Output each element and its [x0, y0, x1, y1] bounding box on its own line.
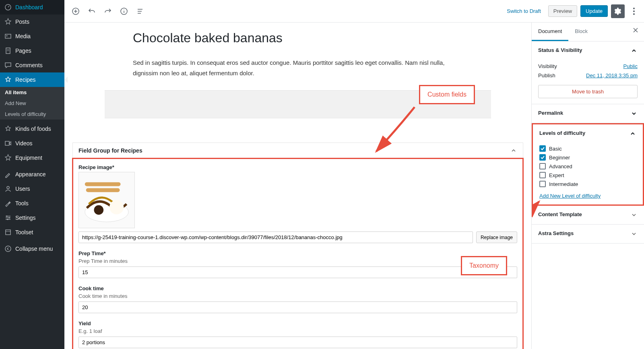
svg-point-10	[5, 246, 11, 252]
metabox-toggle-icon[interactable]	[510, 147, 517, 154]
sidebar-item-videos[interactable]: Videos	[0, 136, 64, 151]
update-button[interactable]: Update	[580, 5, 608, 17]
publish-date-link[interactable]: Dec 11, 2018 3:35 pm	[586, 72, 638, 78]
pin-icon	[4, 18, 12, 26]
add-new-level-link[interactable]: Add New Level of difficulty	[539, 193, 601, 199]
sidebar-item-toolset[interactable]: Toolset	[0, 225, 64, 240]
levels-header[interactable]: Levels of difficulty	[533, 124, 643, 143]
move-to-trash-button[interactable]: Move to trash	[538, 85, 638, 98]
post-body[interactable]: Sed in sagittis turpis. In consequat ero…	[133, 58, 463, 78]
undo-button[interactable]	[85, 4, 99, 19]
sidebar-sub-all-items[interactable]: All items	[0, 87, 64, 98]
sidebar-item-kinds-of-foods[interactable]: Kinds of foods	[0, 122, 64, 136]
sidebar-item-collapse-menu[interactable]: Collapse menu	[0, 242, 64, 256]
sidebar-item-tools[interactable]: Tools	[0, 196, 64, 211]
cook-time-desc: Cook time in minutes	[78, 293, 517, 299]
sidebar-item-settings[interactable]: Settings	[0, 211, 64, 225]
page-icon	[4, 47, 12, 55]
recipe-image-thumbnail[interactable]	[78, 172, 135, 228]
level-label: Basic	[549, 146, 562, 152]
sidebar-item-label: Tools	[15, 200, 29, 207]
post-title[interactable]: Chocolate baked bananas	[133, 31, 463, 45]
svg-point-14	[633, 10, 635, 12]
wrench-icon	[4, 199, 12, 207]
yield-label: Yield	[78, 320, 517, 326]
tab-document[interactable]: Document	[532, 23, 568, 41]
sidebar-item-label: Dashboard	[15, 4, 43, 10]
sidebar-sub-levels-of-difficulty[interactable]: Levels of difficulty	[0, 109, 64, 120]
cook-time-label: Cook time	[78, 285, 517, 291]
recipe-image-label: Recipe image*	[78, 164, 517, 170]
sidebar-sub-add-new[interactable]: Add New	[0, 98, 64, 109]
permalink-header[interactable]: Permalink	[532, 104, 644, 123]
level-label: Intermediate	[549, 181, 578, 187]
checkbox[interactable]	[539, 181, 546, 187]
level-option-expert[interactable]: Expert	[539, 172, 636, 178]
prep-time-input[interactable]	[78, 266, 517, 278]
recipe-image-url-input[interactable]	[78, 231, 473, 243]
settings-panel: Document Block Status & Visibility Visib…	[531, 23, 644, 349]
sidebar-item-users[interactable]: Users	[0, 182, 64, 196]
level-label: Advanced	[549, 163, 572, 169]
tab-block[interactable]: Block	[568, 23, 594, 41]
sidebar-item-pages[interactable]: Pages	[0, 43, 64, 58]
checkbox[interactable]	[539, 172, 546, 178]
sidebar-item-dashboard[interactable]: Dashboard	[0, 0, 64, 14]
chevron-down-icon	[630, 230, 638, 237]
sidebar-item-label: Appearance	[15, 171, 46, 178]
svg-rect-9	[6, 230, 10, 235]
sidebar-item-label: Videos	[15, 140, 33, 147]
info-button[interactable]	[117, 4, 131, 19]
media-icon	[4, 32, 12, 40]
sidebar-item-label: Kinds of foods	[15, 126, 51, 132]
add-block-button[interactable]	[68, 4, 83, 19]
sidebar-item-comments[interactable]: Comments	[0, 58, 64, 72]
svg-point-18	[109, 200, 124, 214]
yield-desc: E.g. 1 loaf	[78, 328, 517, 334]
metabox-title: Field Group for Recipes	[78, 147, 142, 154]
visibility-value-link[interactable]: Public	[623, 63, 638, 69]
outline-button[interactable]	[133, 4, 147, 19]
arrow-taxonomy	[531, 198, 543, 235]
level-option-advanced[interactable]: Advanced	[539, 163, 636, 169]
level-option-intermediate[interactable]: Intermediate	[539, 181, 636, 187]
settings-gear-button[interactable]	[611, 4, 625, 18]
svg-point-8	[7, 219, 8, 220]
svg-point-2	[6, 35, 8, 37]
close-settings-button[interactable]	[627, 23, 644, 41]
replace-image-button[interactable]: Replace image	[476, 231, 517, 243]
switch-to-draft-button[interactable]: Switch to Draft	[503, 6, 545, 17]
sidebar-item-label: Toolset	[15, 229, 33, 235]
checkbox[interactable]	[539, 154, 546, 161]
pin-icon	[4, 154, 12, 162]
checkbox[interactable]	[539, 163, 546, 169]
astra-settings-header[interactable]: Astra Settings	[532, 225, 644, 243]
sidebar-item-posts[interactable]: Posts	[0, 14, 64, 29]
level-option-basic[interactable]: Basic	[539, 145, 636, 152]
svg-point-6	[6, 216, 8, 217]
editor-topbar: Switch to Draft Preview Update	[64, 0, 644, 23]
status-visibility-header[interactable]: Status & Visibility	[532, 41, 644, 60]
sidebar-item-media[interactable]: Media	[0, 29, 64, 43]
svg-point-15	[633, 13, 635, 15]
checkbox[interactable]	[539, 145, 546, 152]
level-option-beginner[interactable]: Beginner	[539, 154, 636, 161]
sidebar-item-appearance[interactable]: Appearance	[0, 167, 64, 182]
sidebar-item-label: Comments	[15, 62, 43, 68]
level-label: Beginner	[549, 155, 570, 161]
field-group-metabox: Field Group for Recipes Recipe image*	[72, 142, 523, 349]
content-template-header[interactable]: Content Template	[532, 206, 644, 224]
more-options-button[interactable]	[628, 4, 640, 18]
custom-fields-area: Recipe image*	[73, 159, 523, 349]
arrow-custom-fields	[370, 103, 419, 155]
visibility-label: Visibility	[538, 63, 557, 69]
preview-button[interactable]: Preview	[548, 5, 577, 17]
cook-time-input[interactable]	[78, 302, 517, 313]
prep-time-label: Prep Time*	[78, 250, 517, 256]
sidebar-item-recipes[interactable]: Recipes	[0, 72, 64, 87]
svg-rect-21	[86, 188, 120, 192]
redo-button[interactable]	[101, 4, 115, 19]
sidebar-item-label: Media	[15, 33, 31, 39]
sidebar-item-equipment[interactable]: Equipment	[0, 151, 64, 165]
yield-input[interactable]	[78, 337, 517, 348]
